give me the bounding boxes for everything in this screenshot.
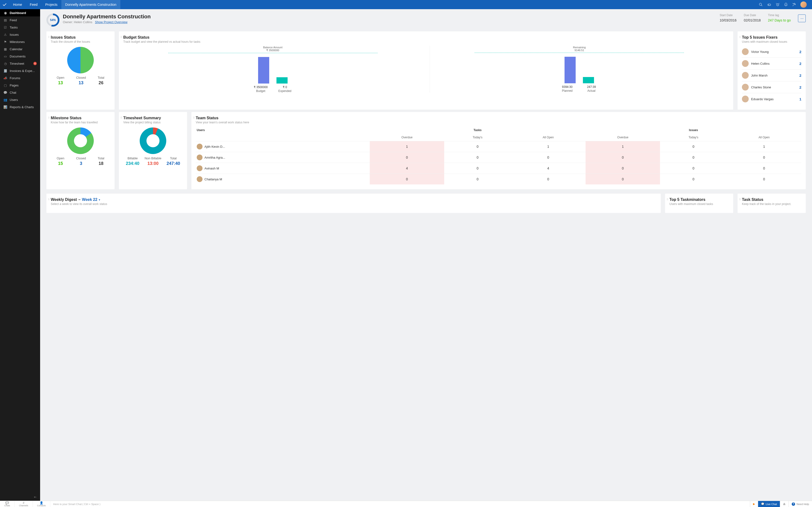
sidebar-item-forums[interactable]: 📣Forums: [0, 74, 40, 81]
fixer-row[interactable]: Charles Stone2: [742, 81, 801, 93]
sidebar-item-timesheet[interactable]: ◷Timesheet6: [0, 60, 40, 67]
reports-icon: 📊: [3, 105, 7, 109]
sidebar-item-pages[interactable]: ▢Pages: [0, 81, 40, 89]
drag-handle-icon[interactable]: ⠿: [48, 198, 50, 201]
drag-handle-icon[interactable]: ⠿: [739, 198, 741, 201]
svg-point-0: [759, 3, 761, 5]
tasks-overdue: 4: [370, 163, 445, 174]
drag-handle-icon[interactable]: ⠿: [48, 36, 50, 39]
fixer-row[interactable]: John Marsh2: [742, 69, 801, 81]
team-row[interactable]: Chaitanya M000000: [196, 174, 801, 185]
team-row[interactable]: Ajith Kevin D...101101: [196, 141, 801, 152]
chevron-down-icon[interactable]: ▾: [99, 199, 100, 201]
sidebar-item-label: Timesheet: [10, 62, 24, 65]
sidebar-item-feed[interactable]: ▤Feed: [0, 16, 40, 24]
issues-open: 0: [727, 152, 801, 163]
tasks-open: 0: [511, 152, 586, 163]
expended-bar: [276, 77, 288, 83]
th-users: Users: [196, 126, 370, 134]
sidebar-item-issues[interactable]: ⚠Issues: [0, 31, 40, 38]
drag-handle-icon[interactable]: ⠿: [666, 198, 668, 201]
documents-icon: ▭: [3, 54, 7, 58]
fixer-list: Victor Young2Helen Collins2John Marsh2Ch…: [742, 46, 801, 105]
sidebar-item-milestones[interactable]: ⚑Milestones: [0, 38, 40, 45]
progress-ring: 54%: [46, 13, 59, 26]
budget-bar: [258, 57, 269, 83]
widget-subtitle: View the project billing status: [123, 121, 183, 124]
weekly-title-text: Weekly Digest: [51, 198, 77, 202]
stat-value: 13:00: [145, 161, 161, 166]
issues-today: 0: [660, 163, 727, 174]
project-title: Donnelly Apartments Construction: [63, 13, 151, 20]
stat-label: Total: [98, 76, 104, 79]
fixer-row[interactable]: Victor Young2: [742, 46, 801, 58]
sidebar-item-documents[interactable]: ▭Documents: [0, 53, 40, 60]
stat-label: Billable: [126, 157, 140, 160]
meta-value: 02/01/2018: [744, 18, 761, 22]
stat-value: 3: [76, 161, 86, 166]
drag-handle-icon[interactable]: ⠿: [120, 116, 122, 119]
issues-open: 0: [727, 174, 801, 185]
week-selector-link[interactable]: Week 22: [82, 198, 97, 202]
fixer-count: 1: [800, 97, 801, 101]
meta-start: Start Date 10/03/2016: [720, 13, 737, 22]
show-overview-link[interactable]: Show Project Overview: [95, 20, 128, 24]
fixer-row[interactable]: Eduardo Vargas1: [742, 93, 801, 105]
sidebar-item-label: Documents: [10, 55, 26, 58]
drag-handle-icon[interactable]: ⠿: [193, 116, 195, 119]
team-row[interactable]: Avinash M404000: [196, 163, 801, 174]
issues-overdue: 0: [586, 163, 660, 174]
more-button[interactable]: ⋯: [798, 14, 806, 22]
app-logo-icon[interactable]: [0, 0, 9, 9]
invoices-icon: 🧾: [3, 69, 7, 73]
issues-today: 0: [660, 141, 727, 152]
tools-icon[interactable]: [792, 3, 796, 6]
team-row[interactable]: Amritha Agra...000000: [196, 152, 801, 163]
search-icon[interactable]: [759, 3, 763, 6]
tasks-today: 0: [444, 141, 511, 152]
sidebar-item-tasks[interactable]: ☑Tasks: [0, 24, 40, 31]
nav-projects[interactable]: Projects: [41, 0, 61, 9]
sidebar: ◉Dashboard ▤Feed ☑Tasks ⚠Issues ⚑Milesto…: [0, 9, 40, 501]
drag-handle-icon[interactable]: ⠿: [739, 36, 741, 39]
gamepad-icon[interactable]: [767, 3, 771, 6]
sidebar-item-dashboard[interactable]: ◉Dashboard: [0, 9, 40, 16]
widget-task-status: ⠿ Task Status Keep track of the tasks in…: [738, 193, 806, 213]
meta-label: Time lag: [768, 13, 791, 17]
nav-feed[interactable]: Feed: [26, 0, 41, 9]
sidebar-item-reports[interactable]: 📊Reports & Charts: [0, 103, 40, 111]
bell-icon[interactable]: [784, 3, 788, 6]
dashboard-icon: ◉: [3, 11, 7, 15]
nav-home[interactable]: Home: [9, 0, 26, 9]
sidebar-item-users[interactable]: 👥Users: [0, 96, 40, 103]
user-avatar[interactable]: [800, 1, 807, 8]
sidebar-collapse-icon[interactable]: ⇤: [34, 495, 37, 499]
team-table: Users Tasks Issues Overdue Today's All O…: [196, 126, 801, 184]
user-name: Avinash M: [204, 167, 219, 170]
sidebar-item-invoices[interactable]: 🧾Invoices & Expe...: [0, 67, 40, 74]
milestones-icon: ⚑: [3, 40, 7, 44]
project-meta: Start Date 10/03/2016 Due Date 02/01/201…: [720, 13, 806, 22]
widget-subtitle: Select a week to view its overall work s…: [51, 202, 656, 206]
th-overdue: Overdue: [586, 134, 660, 141]
tasks-overdue: 0: [370, 174, 445, 185]
fixer-avatar: [742, 60, 749, 67]
nav-current-project[interactable]: Donnelly Apartments Construction: [61, 0, 120, 9]
sidebar-item-label: Forums: [10, 76, 20, 80]
project-header: 54% Donnelly Apartments Construction Own…: [40, 9, 812, 29]
calendar-icon: ▦: [3, 47, 7, 51]
widget-issues-status: ⠿ Issues Status Track the closure of the…: [46, 32, 114, 110]
sidebar-item-calendar[interactable]: ▦Calendar: [0, 45, 40, 53]
alarm-icon[interactable]: [776, 3, 779, 6]
tasks-today: 0: [444, 152, 511, 163]
sidebar-item-chat[interactable]: 💬Chat: [0, 89, 40, 96]
stat-label: Open: [57, 157, 64, 160]
drag-handle-icon[interactable]: ⠿: [120, 36, 122, 39]
widget-subtitle: Track the closure of the Issues: [51, 40, 110, 44]
drag-handle-icon[interactable]: ⠿: [48, 116, 50, 119]
progress-percent: 54%: [46, 13, 59, 26]
fixer-row[interactable]: Helen Collins2: [742, 58, 801, 69]
th-todays: Today's: [660, 134, 727, 141]
users-icon: 👥: [3, 98, 7, 102]
user-name: Amritha Agra...: [204, 156, 225, 159]
